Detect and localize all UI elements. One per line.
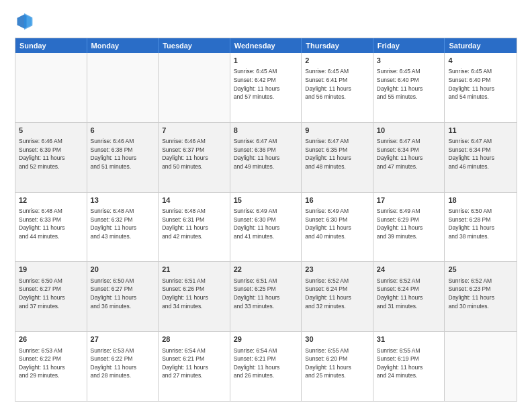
calendar-cell-r2c5: 17Sunrise: 6:49 AM Sunset: 6:29 PM Dayli… — [373, 193, 445, 262]
header-day-monday: Monday — [87, 38, 159, 53]
calendar-cell-r1c6: 11Sunrise: 6:47 AM Sunset: 6:34 PM Dayli… — [445, 123, 517, 192]
calendar-cell-r1c4: 9Sunrise: 6:47 AM Sunset: 6:35 PM Daylig… — [302, 123, 373, 192]
calendar-cell-r0c1 — [87, 53, 159, 122]
header — [15, 12, 517, 31]
day-number: 25 — [448, 265, 513, 275]
calendar-cell-r4c0: 26Sunrise: 6:53 AM Sunset: 6:22 PM Dayli… — [15, 332, 87, 401]
day-number: 23 — [305, 265, 369, 275]
cell-info: Sunrise: 6:50 AM Sunset: 6:27 PM Dayligh… — [91, 277, 137, 310]
calendar-cell-r2c1: 13Sunrise: 6:48 AM Sunset: 6:32 PM Dayli… — [87, 193, 159, 262]
calendar-row-0: 1Sunrise: 6:45 AM Sunset: 6:42 PM Daylig… — [15, 53, 517, 122]
cell-info: Sunrise: 6:51 AM Sunset: 6:26 PM Dayligh… — [162, 277, 208, 310]
calendar-row-1: 5Sunrise: 6:46 AM Sunset: 6:39 PM Daylig… — [15, 122, 517, 192]
day-number: 13 — [91, 195, 155, 205]
cell-info: Sunrise: 6:49 AM Sunset: 6:30 PM Dayligh… — [305, 208, 351, 240]
calendar-cell-r3c6: 25Sunrise: 6:52 AM Sunset: 6:23 PM Dayli… — [445, 262, 517, 331]
day-number: 18 — [448, 195, 513, 205]
day-number: 17 — [377, 195, 441, 205]
calendar-cell-r4c5: 31Sunrise: 6:55 AM Sunset: 6:19 PM Dayli… — [373, 332, 445, 401]
calendar-cell-r0c0 — [15, 53, 87, 122]
cell-info: Sunrise: 6:45 AM Sunset: 6:41 PM Dayligh… — [305, 68, 351, 100]
calendar-cell-r2c6: 18Sunrise: 6:50 AM Sunset: 6:28 PM Dayli… — [445, 193, 517, 262]
calendar-cell-r3c5: 24Sunrise: 6:52 AM Sunset: 6:24 PM Dayli… — [373, 262, 445, 331]
calendar-body: 1Sunrise: 6:45 AM Sunset: 6:42 PM Daylig… — [15, 53, 517, 401]
header-day-tuesday: Tuesday — [159, 38, 230, 53]
cell-info: Sunrise: 6:45 AM Sunset: 6:40 PM Dayligh… — [448, 68, 494, 100]
day-number: 12 — [19, 195, 83, 205]
calendar-cell-r0c5: 3Sunrise: 6:45 AM Sunset: 6:40 PM Daylig… — [373, 53, 445, 122]
calendar-cell-r0c6: 4Sunrise: 6:45 AM Sunset: 6:40 PM Daylig… — [445, 53, 517, 122]
calendar-cell-r0c3: 1Sunrise: 6:45 AM Sunset: 6:42 PM Daylig… — [230, 53, 302, 122]
day-number: 9 — [305, 126, 369, 136]
cell-info: Sunrise: 6:47 AM Sunset: 6:34 PM Dayligh… — [448, 138, 494, 170]
day-number: 3 — [377, 56, 441, 66]
day-number: 5 — [19, 126, 83, 136]
cell-info: Sunrise: 6:50 AM Sunset: 6:28 PM Dayligh… — [448, 208, 494, 240]
calendar-row-4: 26Sunrise: 6:53 AM Sunset: 6:22 PM Dayli… — [15, 331, 517, 401]
cell-info: Sunrise: 6:54 AM Sunset: 6:21 PM Dayligh… — [162, 347, 208, 379]
day-number: 19 — [19, 265, 83, 275]
day-number: 30 — [305, 334, 369, 345]
cell-info: Sunrise: 6:45 AM Sunset: 6:42 PM Dayligh… — [234, 68, 280, 100]
cell-info: Sunrise: 6:45 AM Sunset: 6:40 PM Dayligh… — [377, 68, 423, 100]
calendar-cell-r3c4: 23Sunrise: 6:52 AM Sunset: 6:24 PM Dayli… — [302, 262, 373, 331]
cell-info: Sunrise: 6:53 AM Sunset: 6:22 PM Dayligh… — [91, 347, 137, 379]
cell-info: Sunrise: 6:46 AM Sunset: 6:37 PM Dayligh… — [162, 138, 208, 170]
day-number: 4 — [448, 56, 513, 66]
logo — [15, 12, 36, 31]
day-number: 6 — [91, 126, 155, 136]
calendar-cell-r2c3: 15Sunrise: 6:49 AM Sunset: 6:30 PM Dayli… — [230, 193, 302, 262]
day-number: 2 — [305, 56, 369, 66]
cell-info: Sunrise: 6:52 AM Sunset: 6:23 PM Dayligh… — [448, 277, 494, 310]
day-number: 16 — [305, 195, 369, 205]
calendar-cell-r1c5: 10Sunrise: 6:47 AM Sunset: 6:34 PM Dayli… — [373, 123, 445, 192]
cell-info: Sunrise: 6:51 AM Sunset: 6:25 PM Dayligh… — [234, 277, 280, 310]
day-number: 11 — [448, 126, 513, 136]
day-number: 27 — [91, 334, 155, 345]
cell-info: Sunrise: 6:47 AM Sunset: 6:36 PM Dayligh… — [234, 138, 280, 170]
calendar: SundayMondayTuesdayWednesdayThursdayFrid… — [15, 38, 517, 402]
calendar-cell-r1c3: 8Sunrise: 6:47 AM Sunset: 6:36 PM Daylig… — [230, 123, 302, 192]
cell-info: Sunrise: 6:48 AM Sunset: 6:33 PM Dayligh… — [19, 208, 65, 240]
cell-info: Sunrise: 6:55 AM Sunset: 6:20 PM Dayligh… — [305, 347, 351, 379]
day-number: 7 — [162, 126, 226, 136]
cell-info: Sunrise: 6:47 AM Sunset: 6:34 PM Dayligh… — [377, 138, 423, 170]
header-day-saturday: Saturday — [445, 38, 517, 53]
calendar-cell-r3c3: 22Sunrise: 6:51 AM Sunset: 6:25 PM Dayli… — [230, 262, 302, 331]
cell-info: Sunrise: 6:52 AM Sunset: 6:24 PM Dayligh… — [377, 277, 423, 310]
calendar-cell-r4c6 — [445, 332, 517, 401]
cell-info: Sunrise: 6:47 AM Sunset: 6:35 PM Dayligh… — [305, 138, 351, 170]
calendar-cell-r2c4: 16Sunrise: 6:49 AM Sunset: 6:30 PM Dayli… — [302, 193, 373, 262]
day-number: 10 — [377, 126, 441, 136]
header-day-sunday: Sunday — [15, 38, 87, 53]
cell-info: Sunrise: 6:49 AM Sunset: 6:30 PM Dayligh… — [234, 208, 280, 240]
day-number: 20 — [91, 265, 155, 275]
calendar-cell-r0c2 — [159, 53, 230, 122]
day-number: 24 — [377, 265, 441, 275]
day-number: 8 — [234, 126, 298, 136]
calendar-cell-r1c1: 6Sunrise: 6:46 AM Sunset: 6:38 PM Daylig… — [87, 123, 159, 192]
day-number: 21 — [162, 265, 226, 275]
calendar-cell-r3c1: 20Sunrise: 6:50 AM Sunset: 6:27 PM Dayli… — [87, 262, 159, 331]
day-number: 29 — [234, 334, 298, 345]
cell-info: Sunrise: 6:48 AM Sunset: 6:31 PM Dayligh… — [162, 208, 208, 240]
calendar-cell-r4c3: 29Sunrise: 6:54 AM Sunset: 6:21 PM Dayli… — [230, 332, 302, 401]
day-number: 28 — [162, 334, 226, 345]
header-day-friday: Friday — [373, 38, 445, 53]
calendar-row-3: 19Sunrise: 6:50 AM Sunset: 6:27 PM Dayli… — [15, 261, 517, 331]
cell-info: Sunrise: 6:54 AM Sunset: 6:21 PM Dayligh… — [234, 347, 280, 379]
header-day-wednesday: Wednesday — [230, 38, 302, 53]
calendar-cell-r3c0: 19Sunrise: 6:50 AM Sunset: 6:27 PM Dayli… — [15, 262, 87, 331]
logo-icon — [15, 12, 34, 31]
calendar-cell-r3c2: 21Sunrise: 6:51 AM Sunset: 6:26 PM Dayli… — [159, 262, 230, 331]
cell-info: Sunrise: 6:46 AM Sunset: 6:38 PM Dayligh… — [91, 138, 137, 170]
day-number: 26 — [19, 334, 83, 345]
calendar-header: SundayMondayTuesdayWednesdayThursdayFrid… — [15, 38, 517, 53]
day-number: 1 — [234, 56, 298, 66]
calendar-cell-r1c0: 5Sunrise: 6:46 AM Sunset: 6:39 PM Daylig… — [15, 123, 87, 192]
header-day-thursday: Thursday — [302, 38, 373, 53]
day-number: 14 — [162, 195, 226, 205]
calendar-cell-r0c4: 2Sunrise: 6:45 AM Sunset: 6:41 PM Daylig… — [302, 53, 373, 122]
cell-info: Sunrise: 6:50 AM Sunset: 6:27 PM Dayligh… — [19, 277, 65, 310]
cell-info: Sunrise: 6:53 AM Sunset: 6:22 PM Dayligh… — [19, 347, 65, 379]
